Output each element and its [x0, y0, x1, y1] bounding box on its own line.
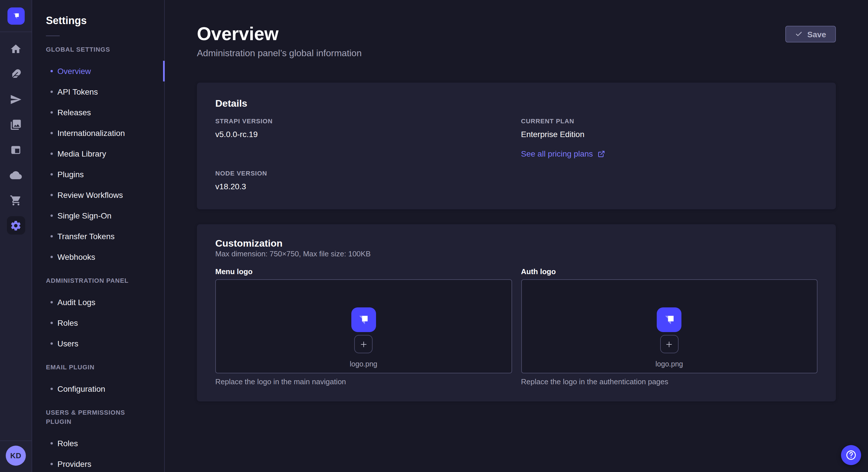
auth-logo-add-button[interactable] [660, 335, 679, 353]
bullet-icon [51, 214, 53, 217]
sidebar-item-admin-users[interactable]: Users [32, 333, 164, 354]
section-title: EMAIL PLUGIN [46, 363, 150, 372]
current-plan-field: CURRENT PLAN Enterprise Edition [521, 117, 817, 140]
bullet-icon [51, 173, 53, 175]
rail-divider [0, 32, 32, 32]
sidebar-item-admin-roles[interactable]: Roles [32, 312, 164, 333]
pricing-plans-link[interactable]: See all pricing plans [521, 148, 605, 160]
sidebar-item-overview[interactable]: Overview [32, 61, 164, 81]
bullet-icon [51, 235, 53, 237]
bullet-icon [51, 70, 53, 72]
bullet-icon [51, 442, 53, 444]
auth-logo-preview [657, 307, 682, 332]
main-content: Overview Administration panel’s global i… [165, 0, 868, 472]
customization-card-title: Customization [215, 238, 817, 249]
help-button[interactable] [841, 445, 861, 465]
page-title: Overview [197, 22, 836, 46]
sidebar-item-label: Releases [57, 108, 91, 117]
bullet-icon [51, 463, 53, 465]
sidebar-item-plugins[interactable]: Plugins [32, 164, 164, 185]
settings-subnav: Settings GLOBAL SETTINGS Overview API To… [32, 0, 165, 472]
window-layout-icon[interactable] [7, 140, 25, 159]
strapi-admin-app: KD Settings GLOBAL SETTINGS Overview API… [0, 0, 868, 472]
gear-icon[interactable] [7, 216, 25, 235]
sidebar-item-label: Providers [57, 460, 91, 469]
check-icon [795, 30, 803, 38]
sidebar-item-up-providers[interactable]: Providers [32, 453, 164, 472]
images-icon[interactable] [7, 115, 25, 134]
sidebar-item-label: Overview [57, 67, 91, 76]
paper-plane-icon[interactable] [7, 90, 25, 108]
sidebar-item-label: Review Workflows [57, 191, 123, 200]
sidebar-item-email-configuration[interactable]: Configuration [32, 378, 164, 399]
sidebar-item-label: Users [57, 339, 79, 348]
menu-logo-dropzone[interactable]: logo.png [215, 279, 512, 373]
bullet-icon [51, 301, 53, 303]
bullet-icon [51, 342, 53, 345]
bullet-icon [51, 256, 53, 258]
node-version-field: NODE VERSION v18.20.3 [215, 170, 512, 192]
plus-icon [665, 340, 674, 348]
sidebar-item-label: Webhooks [57, 252, 95, 262]
sidebar-item-audit-logs[interactable]: Audit Logs [32, 292, 164, 312]
rail-nav-items [7, 40, 25, 235]
details-right-column: CURRENT PLAN Enterprise Edition See all … [521, 117, 817, 192]
section-title: GLOBAL SETTINGS [46, 45, 150, 54]
strapi-mark-icon [11, 11, 21, 21]
details-card-title: Details [215, 98, 817, 110]
auth-logo-dropzone[interactable]: logo.png [521, 279, 817, 373]
bullet-icon [51, 111, 53, 113]
section-title: USERS & PERMISSIONS PLUGIN [46, 408, 150, 426]
pricing-plans-link-label: See all pricing plans [521, 148, 593, 160]
sidebar-item-media-library[interactable]: Media Library [32, 143, 164, 164]
menu-logo-add-button[interactable] [354, 335, 373, 353]
menu-logo-upload: Menu logo logo.png Replace the logo in t… [215, 267, 512, 386]
details-card: Details STRAPI VERSION v5.0.0-rc.19 NODE… [197, 82, 836, 209]
rail-bottom-divider [0, 440, 32, 441]
section-administration-panel: ADMINISTRATION PANEL Audit Logs Roles Us… [32, 276, 164, 354]
sidebar-item-transfer-tokens[interactable]: Transfer Tokens [32, 226, 164, 247]
bullet-icon [51, 322, 53, 324]
details-left-column: STRAPI VERSION v5.0.0-rc.19 NODE VERSION… [215, 117, 512, 192]
plus-icon [360, 340, 368, 348]
customization-card: Customization Max dimension: 750×750, Ma… [197, 224, 836, 401]
bullet-icon [51, 194, 53, 196]
logo-upload-grid: Menu logo logo.png Replace the logo in t… [215, 267, 817, 386]
sidebar-item-label: Single Sign-On [57, 211, 112, 220]
strapi-mark-icon [355, 312, 372, 328]
sidebar-item-internationalization[interactable]: Internationalization [32, 123, 164, 143]
node-version-label: NODE VERSION [215, 170, 512, 177]
sidebar-item-releases[interactable]: Releases [32, 102, 164, 123]
sidebar-item-webhooks[interactable]: Webhooks [32, 247, 164, 267]
current-plan-label: CURRENT PLAN [521, 117, 817, 125]
menu-logo-filename: logo.png [350, 360, 377, 369]
strapi-version-label: STRAPI VERSION [215, 117, 512, 125]
sidebar-item-api-tokens[interactable]: API Tokens [32, 81, 164, 102]
sidebar-item-review-workflows[interactable]: Review Workflows [32, 185, 164, 205]
bullet-icon [51, 91, 53, 93]
page-subtitle: Administration panel’s global informatio… [197, 47, 836, 60]
save-button[interactable]: Save [786, 26, 836, 42]
bullet-icon [51, 132, 53, 134]
strapi-logo[interactable] [7, 7, 24, 25]
current-plan-value: Enterprise Edition [521, 129, 817, 140]
sidebar-item-label: Transfer Tokens [57, 232, 115, 241]
auth-logo-filename: logo.png [656, 360, 683, 369]
rail-bottom: KD [0, 440, 32, 472]
user-avatar[interactable]: KD [6, 446, 26, 466]
shopping-cart-icon[interactable] [7, 191, 25, 209]
sidebar-item-up-roles[interactable]: Roles [32, 433, 164, 453]
question-mark-icon [845, 449, 857, 461]
feather-icon[interactable] [7, 65, 25, 83]
menu-logo-preview [351, 307, 376, 332]
cloud-icon[interactable] [7, 166, 25, 184]
sidebar-item-label: Audit Logs [57, 298, 95, 307]
sidebar-item-label: Roles [57, 318, 78, 328]
strapi-version-field: STRAPI VERSION v5.0.0-rc.19 [215, 117, 512, 140]
details-fields: STRAPI VERSION v5.0.0-rc.19 NODE VERSION… [215, 117, 817, 192]
sidebar-item-label: Internationalization [57, 129, 125, 138]
home-icon[interactable] [7, 40, 25, 58]
sidebar-item-label: API Tokens [57, 87, 98, 96]
strapi-mark-icon [661, 312, 677, 328]
sidebar-item-single-sign-on[interactable]: Single Sign-On [32, 205, 164, 226]
